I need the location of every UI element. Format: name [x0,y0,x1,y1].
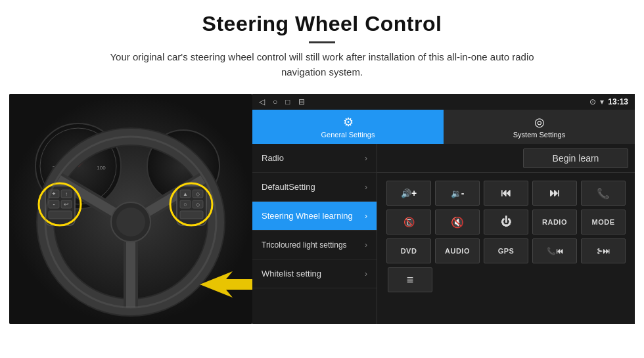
svg-text:-: - [53,201,55,208]
svg-rect-33 [180,211,203,219]
svg-text:↑: ↑ [65,191,68,197]
menu-item-radio[interactable]: Radio › [252,144,377,173]
tel-prev-button[interactable]: 📞⏮ [532,238,577,263]
system-settings-icon: ◎ [534,115,545,129]
gps-button[interactable]: GPS [484,238,528,263]
menu-steering-chevron: › [365,212,367,221]
svg-text:100: 100 [97,165,106,171]
begin-learn-button[interactable]: Begin learn [523,148,628,168]
phone-answer-button[interactable]: 📞 [581,181,626,206]
page-header: Steering Wheel Control Your original car… [0,0,644,85]
tab-bar: ⚙ General Settings ◎ System Settings [252,110,635,144]
vol-down-button[interactable]: 🔉- [435,181,480,206]
location-icon: ⊙ [589,97,596,106]
status-bar: ◁ ○ □ ⊟ ⊙ ▾ 13:13 [252,94,635,110]
svg-text:↩: ↩ [64,201,69,208]
prev-track-button[interactable]: ⏮ [484,181,528,206]
back-icon[interactable]: ◁ [259,97,265,106]
vol-up-button[interactable]: 🔊+ [386,181,431,206]
dvd-button[interactable]: DVD [386,238,431,263]
svg-point-17 [116,208,145,236]
svg-text:+: + [52,190,55,197]
mode-button[interactable]: MODE [581,210,626,235]
phone-hangup-button[interactable]: 📵 [386,210,431,235]
control-row-4: ≡ [382,267,630,292]
android-panel: ◁ ○ □ ⊟ ⊙ ▾ 13:13 ⚙ General Settings ◎ S… [252,94,635,324]
radio-button[interactable]: RADIO [532,210,577,235]
svg-text:◇: ◇ [196,202,200,208]
power-button[interactable]: ⏻ [484,210,528,235]
menu-radio-label: Radio [262,153,284,163]
menu-steering-label: Steering Wheel learning [262,211,353,221]
status-time: 13:13 [608,97,628,106]
menu-tricoloured-chevron: › [365,240,367,250]
controls-grid: 🔊+ 🔉- ⏮ ⏭ 📞 📵 🔇 ⏻ RADIO MODE [377,178,635,299]
svg-text:○: ○ [183,201,187,208]
audio-button[interactable]: AUDIO [435,238,480,263]
mute-button[interactable]: 🔇 [435,210,480,235]
menu-default-chevron: › [365,183,367,192]
menu-default-label: DefaultSetting [262,182,315,192]
menu-item-tricoloured[interactable]: Tricoloured light settings › [252,231,377,259]
page-title: Steering Wheel Control [39,12,605,36]
control-row-3: DVD AUDIO GPS 📞⏮ ⊱⏭ [382,238,630,263]
menu-item-default[interactable]: DefaultSetting › [252,173,377,202]
begin-learn-row: Begin learn [377,144,635,173]
menu-item-steering[interactable]: Steering Wheel learning › [252,202,377,231]
tab-general-label: General Settings [321,131,375,139]
control-row-1: 🔊+ 🔉- ⏮ ⏭ 📞 [382,181,630,206]
settings-content: Radio › DefaultSetting › Steering Wheel … [252,144,635,324]
steering-wheel-image: 60 100 20 [9,94,252,324]
content-area: 60 100 20 [9,94,635,324]
svg-text:▲: ▲ [183,191,188,197]
home-icon[interactable]: ○ [273,97,277,106]
control-row-2: 📵 🔇 ⏻ RADIO MODE [382,210,630,235]
menu-whitelist-label: Whitelist setting [262,269,321,279]
menu-tricoloured-label: Tricoloured light settings [262,240,347,250]
tel-next-button[interactable]: ⊱⏭ [581,238,626,263]
next-track-button[interactable]: ⏭ [532,181,577,206]
header-divider [309,41,335,43]
general-settings-icon: ⚙ [343,115,354,129]
menu-radio-chevron: › [365,154,367,163]
menu-item-whitelist[interactable]: Whitelist setting › [252,259,377,288]
svg-text:◇: ◇ [196,191,200,197]
menu-whitelist-chevron: › [365,269,367,279]
tab-general[interactable]: ⚙ General Settings [252,110,444,144]
menu-button[interactable]: ≡ [388,267,432,292]
screenshot-icon[interactable]: ⊟ [298,97,305,106]
right-panel: Begin learn 🔊+ 🔉- ⏮ ⏭ 📞 📵 🔇 [377,144,635,324]
tab-system-label: System Settings [513,131,565,139]
menu-column: Radio › DefaultSetting › Steering Wheel … [252,144,377,324]
page-subtitle: Your original car's steering wheel contr… [99,50,545,79]
wifi-icon: ▾ [600,97,604,106]
tab-system[interactable]: ◎ System Settings [444,110,635,144]
svg-rect-23 [49,211,72,219]
recents-icon[interactable]: □ [285,97,290,106]
